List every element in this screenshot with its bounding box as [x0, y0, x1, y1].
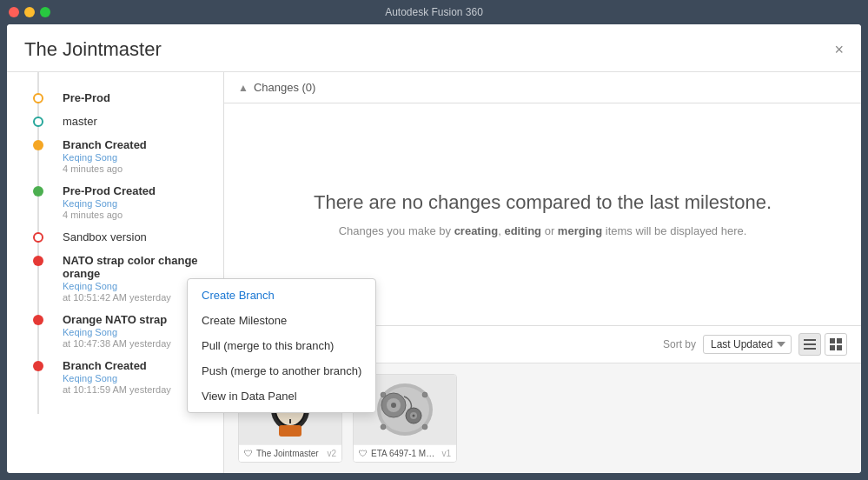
timeline-time-bc: 4 minutes ago: [63, 163, 209, 174]
timeline-label-bc: Branch Created: [63, 138, 209, 151]
dot-bc2: [33, 361, 43, 371]
dot-ppc: [33, 186, 43, 197]
changes-label: Changes (0): [254, 81, 316, 94]
svg-rect-0: [804, 339, 816, 341]
gear-image: [366, 379, 444, 440]
empty-desc-prefix: Changes you make by: [339, 224, 454, 237]
chevron-icon: ▲: [238, 82, 248, 94]
empty-state-desc: Changes you make by creating, editing or…: [339, 224, 747, 237]
svg-point-25: [413, 415, 415, 417]
minimize-traffic-light[interactable]: [24, 7, 35, 17]
timeline-text-master: master: [56, 115, 209, 128]
context-menu-view-data-panel[interactable]: View in Data Panel: [188, 383, 375, 409]
close-traffic-light[interactable]: [9, 7, 19, 17]
empty-desc-sep2: or: [541, 224, 558, 237]
svg-point-22: [391, 403, 396, 408]
card-footer-jointmaster: 🛡 The Jointmaster v2: [239, 444, 341, 462]
timeline-label-master: master: [63, 115, 209, 128]
svg-point-29: [422, 424, 427, 430]
timeline-item-master[interactable]: master: [7, 110, 223, 133]
timeline-text-sb: Sandbox version: [56, 230, 209, 243]
timeline-time-ppc: 4 minutes ago: [63, 210, 209, 220]
title-bar: Autodesk Fusion 360: [0, 0, 868, 24]
main-content: Pre-Prod master: [7, 72, 861, 473]
dot-container-bc2: [21, 359, 56, 371]
timeline-text-ppc: Pre-Prod Created Keqing Song 4 minutes a…: [56, 184, 209, 220]
context-menu-pull[interactable]: Pull (merge to this branch): [188, 333, 375, 358]
sort-label: Sort by: [663, 338, 696, 350]
timeline-label-ppc: Pre-Prod Created: [63, 184, 209, 197]
window-title: The Jointmaster: [24, 38, 162, 61]
card-name-jointmaster: The Jointmaster: [256, 449, 323, 458]
dot-sb: [33, 232, 43, 243]
empty-state-title: There are no changes compared to the las…: [314, 191, 772, 214]
dot-on: [33, 315, 43, 325]
timeline-sub-ppc: Keqing Song: [63, 198, 209, 209]
card-version-eta6497: v1: [441, 449, 451, 458]
maximize-traffic-light[interactable]: [40, 7, 50, 17]
changes-section: ▲ Changes (0): [224, 72, 861, 103]
list-view-button[interactable]: [798, 333, 821, 356]
context-menu-create-branch[interactable]: Create Branch: [188, 283, 375, 308]
dot-container-sb: [21, 230, 56, 243]
changes-header[interactable]: ▲ Changes (0): [238, 81, 847, 94]
timeline-item-branch-created[interactable]: Branch Created Keqing Song 4 minutes ago: [7, 133, 223, 179]
card-version-jointmaster: v2: [327, 449, 336, 458]
timeline-item-sandbox[interactable]: Sandbox version: [7, 225, 223, 249]
view-icons: [798, 333, 847, 356]
timeline-sub-bc: Keqing Song: [63, 152, 209, 163]
empty-desc-creating: creating: [454, 224, 499, 237]
card-name-eta6497: ETA 6497-1 Movem...: [371, 449, 438, 458]
dot-nc: [33, 256, 43, 266]
dot-container-bc: [21, 138, 56, 150]
empty-desc-suffix: items will be displayed here.: [602, 224, 746, 237]
dot-container-ppc: [21, 184, 56, 197]
window-header: The Jointmaster ×: [7, 24, 861, 72]
dot-container-master: [21, 115, 56, 127]
timeline-text-bc: Branch Created Keqing Song 4 minutes ago: [56, 138, 209, 174]
empty-desc-editing: editing: [504, 224, 541, 237]
dot-bc: [33, 140, 43, 150]
main-window: The Jointmaster × Pre-Prod: [7, 24, 861, 473]
svg-point-26: [381, 392, 386, 397]
traffic-lights: [9, 7, 50, 17]
dot-container-on: [21, 313, 56, 325]
empty-desc-merging: merging: [558, 224, 602, 237]
timeline-item-pre-prod-created[interactable]: Pre-Prod Created Keqing Song 4 minutes a…: [7, 179, 223, 225]
dot-container: [21, 91, 56, 103]
svg-point-27: [422, 392, 427, 397]
context-menu-create-milestone[interactable]: Create Milestone: [188, 308, 375, 333]
context-menu: Create Branch Create Milestone Pull (mer…: [187, 278, 376, 413]
list-icon: [804, 338, 816, 350]
grid-view-button[interactable]: [825, 333, 847, 356]
dot-pre-prod: [33, 93, 43, 103]
dot-container-nc: [21, 254, 56, 266]
svg-rect-1: [804, 343, 816, 345]
svg-rect-2: [804, 348, 816, 350]
card-footer-eta6497: 🛡 ETA 6497-1 Movem... v1: [354, 444, 456, 462]
timeline-label-sb: Sandbox version: [63, 230, 209, 243]
context-menu-push[interactable]: Push (merge to another branch): [188, 358, 375, 383]
svg-rect-4: [837, 338, 842, 343]
timeline-text-pre-prod: Pre-Prod: [56, 91, 209, 104]
dot-master: [33, 117, 43, 127]
svg-rect-6: [837, 345, 842, 350]
timeline-label: Pre-Prod: [63, 91, 209, 104]
timeline-label-nc: NATO strap color change orange: [63, 254, 209, 280]
svg-rect-3: [830, 338, 835, 343]
shield-icon-2: 🛡: [359, 449, 368, 458]
svg-rect-17: [279, 425, 301, 437]
app-title: Autodesk Fusion 360: [385, 6, 483, 18]
svg-point-28: [381, 424, 386, 430]
timeline-item-pre-prod[interactable]: Pre-Prod: [7, 86, 223, 110]
sort-select[interactable]: Last Updated Name Date Created: [703, 335, 792, 354]
grid-icon: [830, 338, 842, 350]
close-button[interactable]: ×: [834, 42, 844, 57]
shield-icon-1: 🛡: [244, 449, 253, 458]
svg-rect-5: [830, 345, 835, 350]
